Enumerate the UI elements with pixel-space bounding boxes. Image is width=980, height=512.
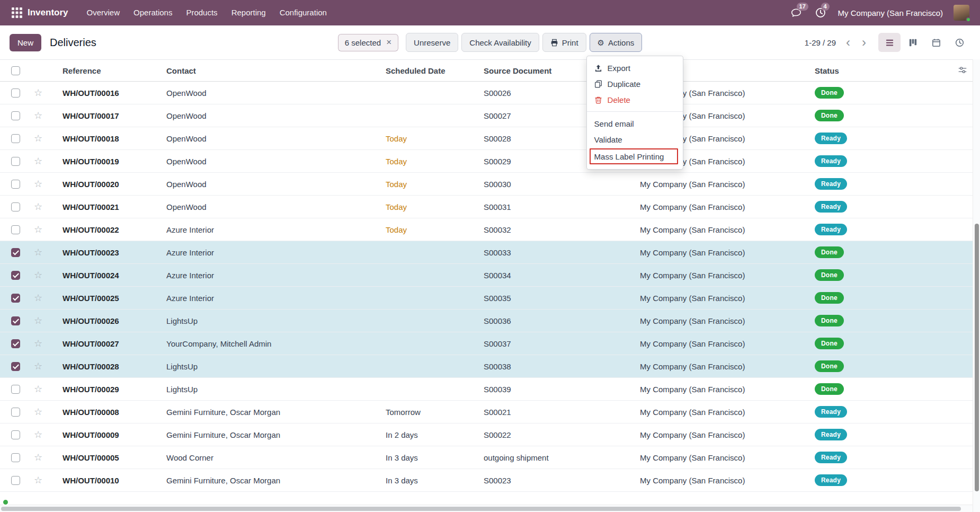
- star-icon[interactable]: ☆: [34, 201, 42, 212]
- row-checkbox[interactable]: [11, 430, 20, 439]
- row-checkbox[interactable]: [11, 362, 20, 371]
- nav-item-overview[interactable]: Overview: [80, 0, 127, 25]
- table-row[interactable]: ☆ WH/OUT/00017 OpenWood S00027 My Compan…: [0, 104, 980, 127]
- horizontal-scrollbar-thumb[interactable]: [1, 507, 961, 511]
- select-all-checkbox[interactable]: [11, 66, 20, 75]
- calendar-view-icon[interactable]: [925, 33, 947, 52]
- cell-company: My Company (San Francisco): [632, 476, 807, 485]
- row-checkbox[interactable]: [11, 248, 20, 257]
- apps-grid-icon[interactable]: [6, 0, 28, 25]
- kanban-view-icon[interactable]: [902, 33, 924, 52]
- nav-item-configuration[interactable]: Configuration: [273, 0, 334, 25]
- nav-item-products[interactable]: Products: [179, 0, 224, 25]
- table-row[interactable]: ☆ WH/OUT/00008 Gemini Furniture, Oscar M…: [0, 401, 980, 423]
- clear-selection-icon[interactable]: ×: [386, 39, 391, 46]
- star-icon[interactable]: ☆: [34, 224, 42, 235]
- row-checkbox[interactable]: [11, 316, 20, 325]
- app-brand[interactable]: Inventory: [28, 7, 68, 18]
- row-checkbox[interactable]: [11, 476, 20, 485]
- star-icon[interactable]: ☆: [34, 270, 42, 280]
- cell-contact: Gemini Furniture, Oscar Morgan: [159, 476, 378, 485]
- cell-source: S00022: [476, 430, 632, 439]
- row-checkbox[interactable]: [11, 385, 20, 394]
- star-icon[interactable]: ☆: [34, 156, 42, 166]
- new-button[interactable]: New: [10, 34, 41, 51]
- activities-clock-icon[interactable]: 4: [814, 6, 827, 20]
- star-icon[interactable]: ☆: [34, 315, 42, 326]
- table-row[interactable]: ☆ WH/OUT/00027 YourCompany, Mitchell Adm…: [0, 332, 980, 355]
- table-row[interactable]: ☆ WH/OUT/00025 Azure Interior S00035 My …: [0, 287, 980, 310]
- table-row[interactable]: ☆ WH/OUT/00018 OpenWood Today S00028 My …: [0, 127, 980, 150]
- row-checkbox[interactable]: [11, 202, 20, 211]
- table-row[interactable]: ☆ WH/OUT/00005 Wood Corner In 3 days out…: [0, 446, 980, 469]
- menu-item-duplicate[interactable]: Duplicate: [587, 76, 683, 92]
- table-row[interactable]: ☆ WH/OUT/00026 LightsUp S00036 My Compan…: [0, 310, 980, 332]
- menu-item-delete[interactable]: Delete: [587, 92, 683, 108]
- star-icon[interactable]: ☆: [34, 247, 42, 258]
- company-switcher[interactable]: My Company (San Francisco): [838, 8, 943, 17]
- optional-columns-icon[interactable]: [958, 65, 967, 76]
- star-icon[interactable]: ☆: [34, 338, 42, 349]
- row-checkbox[interactable]: [11, 339, 20, 348]
- nav-item-reporting[interactable]: Reporting: [225, 0, 273, 25]
- header-scheduled-date[interactable]: Scheduled Date: [378, 66, 476, 75]
- table-row[interactable]: ☆ WH/OUT/00024 Azure Interior S00034 My …: [0, 264, 980, 287]
- table-row[interactable]: ☆ WH/OUT/00021 OpenWood Today S00031 My …: [0, 196, 980, 218]
- user-avatar[interactable]: [954, 5, 969, 21]
- menu-item-mass-label-printing[interactable]: Mass Label Printing: [590, 148, 678, 164]
- selection-count-pill[interactable]: 6 selected ×: [338, 34, 398, 51]
- row-checkbox[interactable]: [11, 89, 20, 98]
- list-view-icon[interactable]: [878, 33, 901, 52]
- table-row[interactable]: ☆ WH/OUT/00009 Gemini Furniture, Oscar M…: [0, 423, 980, 446]
- star-icon[interactable]: ☆: [34, 384, 42, 394]
- row-select-cell: [0, 225, 30, 234]
- table-row[interactable]: ☆ WH/OUT/00028 LightsUp S00038 My Compan…: [0, 355, 980, 378]
- star-icon[interactable]: ☆: [34, 407, 42, 417]
- row-checkbox[interactable]: [11, 111, 20, 120]
- pager-previous-icon[interactable]: ‹: [841, 34, 855, 50]
- star-icon[interactable]: ☆: [34, 361, 42, 372]
- star-icon[interactable]: ☆: [34, 110, 42, 121]
- actions-button[interactable]: ⚙ Actions: [590, 33, 643, 52]
- header-reference[interactable]: Reference: [55, 66, 159, 75]
- star-icon[interactable]: ☆: [34, 179, 42, 189]
- vertical-scrollbar-thumb[interactable]: [975, 224, 979, 491]
- row-checkbox[interactable]: [11, 157, 20, 166]
- star-icon[interactable]: ☆: [34, 429, 42, 440]
- table-row[interactable]: ☆ WH/OUT/00010 Gemini Furniture, Oscar M…: [0, 469, 980, 492]
- breadcrumb-area: New Deliveries: [10, 34, 338, 51]
- star-icon[interactable]: ☆: [34, 87, 42, 98]
- unreserve-button[interactable]: Unreserve: [406, 33, 458, 52]
- menu-item-export[interactable]: Export: [587, 60, 683, 76]
- nav-item-operations[interactable]: Operations: [127, 0, 179, 25]
- star-icon[interactable]: ☆: [34, 452, 42, 463]
- print-button[interactable]: Print: [542, 33, 586, 52]
- menu-item-send-email[interactable]: Send email: [587, 116, 683, 131]
- messages-icon[interactable]: 17: [789, 6, 803, 20]
- row-checkbox[interactable]: [11, 294, 20, 303]
- header-contact[interactable]: Contact: [159, 66, 378, 75]
- pager-next-icon[interactable]: ›: [857, 34, 871, 50]
- table-row[interactable]: ☆ WH/OUT/00022 Azure Interior Today S000…: [0, 218, 980, 241]
- row-checkbox[interactable]: [11, 271, 20, 280]
- star-icon[interactable]: ☆: [34, 293, 42, 303]
- row-checkbox[interactable]: [11, 134, 20, 143]
- table-row[interactable]: ☆ WH/OUT/00019 OpenWood Today S00029 My …: [0, 150, 980, 173]
- favorite-cell: ☆: [30, 133, 55, 144]
- menu-item-validate[interactable]: Validate: [587, 131, 683, 147]
- table-row[interactable]: ☆ WH/OUT/00029 LightsUp S00039 My Compan…: [0, 378, 980, 401]
- row-checkbox[interactable]: [11, 453, 20, 462]
- cell-company: My Company (San Francisco): [632, 362, 807, 371]
- cell-source: S00038: [476, 362, 632, 371]
- activity-view-icon[interactable]: [948, 33, 970, 52]
- table-row[interactable]: ☆ WH/OUT/00023 Azure Interior S00033 My …: [0, 241, 980, 264]
- star-icon[interactable]: ☆: [34, 475, 42, 485]
- star-icon[interactable]: ☆: [34, 133, 42, 144]
- table-row[interactable]: ☆ WH/OUT/00020 OpenWood Today S00030 My …: [0, 173, 980, 196]
- row-checkbox[interactable]: [11, 225, 20, 234]
- row-checkbox[interactable]: [11, 408, 20, 417]
- check-availability-button[interactable]: Check Availability: [461, 33, 539, 52]
- header-status[interactable]: Status: [807, 66, 932, 75]
- row-checkbox[interactable]: [11, 180, 20, 189]
- table-row[interactable]: ☆ WH/OUT/00016 OpenWood S00026 My Compan…: [0, 82, 980, 104]
